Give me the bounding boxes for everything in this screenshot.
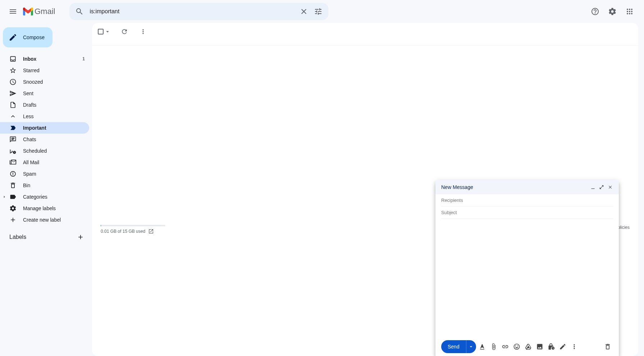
sidebar-item-snoozed[interactable]: Snoozed xyxy=(0,76,89,88)
gear-icon xyxy=(9,205,17,212)
tune-icon xyxy=(314,7,323,16)
sidebar-item-label: Create new label xyxy=(23,217,85,223)
recipients-field[interactable] xyxy=(441,194,613,207)
important-icon xyxy=(9,124,17,131)
open-full-icon xyxy=(599,185,604,190)
sidebar-item-all-mail[interactable]: All Mail xyxy=(0,157,89,168)
compose-header[interactable]: New Message xyxy=(435,180,619,194)
chat-icon xyxy=(9,136,17,143)
refresh-icon xyxy=(121,28,128,35)
search-icon xyxy=(75,7,84,16)
insert-photo-button[interactable] xyxy=(534,341,545,352)
emoji-icon xyxy=(513,343,520,350)
insert-emoji-button[interactable] xyxy=(511,341,522,352)
attach-button[interactable] xyxy=(488,341,499,352)
star-icon xyxy=(9,67,17,74)
clear-search-button[interactable] xyxy=(297,4,311,19)
sidebar-item-count: 1 xyxy=(82,56,85,61)
subject-field[interactable] xyxy=(441,207,613,219)
plus-icon xyxy=(77,234,84,241)
help-icon xyxy=(591,7,599,16)
send-button[interactable]: Send xyxy=(441,340,476,353)
subject-input[interactable] xyxy=(441,210,613,215)
text-format-icon xyxy=(479,343,486,350)
sidebar-item-sent[interactable]: Sent xyxy=(0,88,89,99)
sidebar-item-label: All Mail xyxy=(23,159,85,165)
sidebar-item-manage-labels[interactable]: Manage labels xyxy=(0,203,89,214)
close-compose-button[interactable] xyxy=(606,183,615,191)
minimize-button[interactable] xyxy=(589,183,597,191)
sidebar-item-drafts[interactable]: Drafts xyxy=(0,99,89,111)
main-menu-button[interactable] xyxy=(4,3,22,20)
gear-icon xyxy=(608,7,617,16)
refresh-button[interactable] xyxy=(118,25,131,38)
drive-icon xyxy=(525,343,532,350)
link-icon xyxy=(502,343,509,350)
storage-info: 0.01 GB of 15 GB used xyxy=(101,225,165,234)
labels-title: Labels xyxy=(9,234,26,240)
send-label: Send xyxy=(441,340,466,353)
sidebar-item-chats[interactable]: Chats xyxy=(0,134,89,145)
sidebar-item-less[interactable]: Less xyxy=(0,111,89,122)
sidebar-item-bin[interactable]: Bin xyxy=(0,180,89,191)
gmail-logo[interactable]: Gmail xyxy=(23,7,66,16)
caret-right-icon xyxy=(1,194,7,200)
minimize-icon xyxy=(590,185,595,190)
toolbar xyxy=(92,23,638,40)
more-options-button[interactable] xyxy=(569,341,580,352)
trash-icon xyxy=(604,343,611,350)
sidebar-item-label: Snoozed xyxy=(23,79,85,85)
gmail-logo-text: Gmail xyxy=(35,7,55,16)
formatting-button[interactable] xyxy=(477,341,488,352)
menu-icon xyxy=(9,7,17,16)
stacked-mail-icon xyxy=(9,159,17,166)
fullscreen-button[interactable] xyxy=(597,183,606,191)
caret-down-icon xyxy=(468,344,474,350)
compose-label: Compose xyxy=(23,34,45,40)
settings-button[interactable] xyxy=(605,4,620,19)
attachment-icon xyxy=(490,343,497,350)
support-button[interactable] xyxy=(588,4,602,19)
sidebar-item-spam[interactable]: Spam xyxy=(0,168,89,180)
spam-icon xyxy=(9,170,17,177)
sidebar-item-scheduled[interactable]: Scheduled xyxy=(0,145,89,157)
search-button[interactable] xyxy=(72,4,87,19)
sidebar-item-inbox[interactable]: Inbox 1 xyxy=(0,53,89,65)
sidebar-item-label: Categories xyxy=(23,194,85,200)
search-input[interactable] xyxy=(87,8,297,15)
insert-drive-button[interactable] xyxy=(523,341,534,352)
discard-draft-button[interactable] xyxy=(602,341,613,352)
labels-section-header: Labels xyxy=(0,230,92,244)
add-label-button[interactable] xyxy=(76,232,86,242)
search-options-button[interactable] xyxy=(311,4,325,19)
sidebar-item-label: Chats xyxy=(23,137,85,142)
pen-icon xyxy=(559,343,566,350)
compose-body[interactable] xyxy=(435,219,619,337)
open-in-new-icon[interactable] xyxy=(148,228,154,234)
sidebar-item-label: Bin xyxy=(23,182,85,188)
compose-button[interactable]: Compose xyxy=(3,27,52,47)
sidebar-item-categories[interactable]: Categories xyxy=(0,191,89,203)
insert-link-button[interactable] xyxy=(500,341,511,352)
search-bar xyxy=(69,3,328,20)
confidential-mode-button[interactable] xyxy=(546,341,557,352)
chevron-up-icon xyxy=(9,113,17,120)
insert-signature-button[interactable] xyxy=(557,341,568,352)
clock-icon xyxy=(9,78,17,85)
label-icon xyxy=(9,193,17,200)
close-icon xyxy=(608,185,613,190)
recipients-input[interactable] xyxy=(441,198,613,203)
select-all-combo[interactable] xyxy=(98,28,111,35)
sidebar-item-create-label[interactable]: Create new label xyxy=(0,214,89,226)
sidebar-item-label: Scheduled xyxy=(23,148,85,154)
trash-icon xyxy=(9,182,17,189)
sidebar-item-starred[interactable]: Starred xyxy=(0,65,89,76)
more-button[interactable] xyxy=(137,25,150,38)
compose-window: New Message Send xyxy=(435,180,619,356)
send-icon xyxy=(9,90,17,97)
send-options-button[interactable] xyxy=(466,340,476,353)
file-icon xyxy=(9,101,17,108)
apps-button[interactable] xyxy=(622,4,637,19)
gmail-logo-icon xyxy=(23,8,33,15)
sidebar-item-important[interactable]: Important xyxy=(0,122,89,134)
